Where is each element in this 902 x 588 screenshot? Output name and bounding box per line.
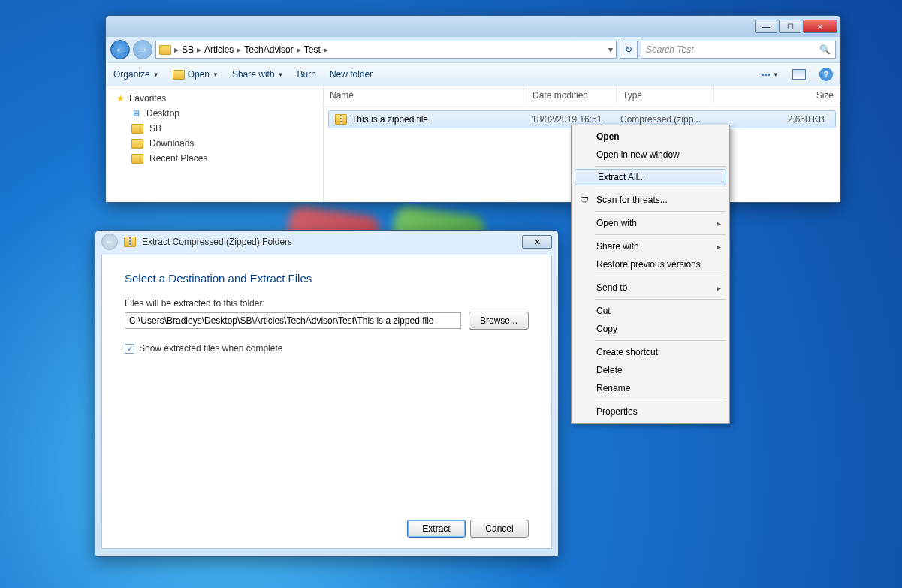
ctx-separator xyxy=(595,276,726,276)
ctx-copy[interactable]: Copy xyxy=(574,320,727,338)
crumb-techadvisor[interactable]: TechAdvisor xyxy=(241,44,296,55)
open-button[interactable]: Open ▼ xyxy=(173,69,219,80)
command-bar: Organize ▼ Open ▼ Share with ▼ Burn New … xyxy=(106,62,840,86)
path-label: Files will be extracted to this folder: xyxy=(125,298,529,309)
shield-icon: 🛡 xyxy=(578,194,590,206)
new-folder-button[interactable]: New folder xyxy=(330,69,373,80)
col-size[interactable]: Size xyxy=(714,86,840,104)
help-icon: ? xyxy=(819,68,833,81)
search-icon: 🔍 xyxy=(819,44,831,55)
dialog-close-button[interactable]: ✕ xyxy=(522,235,552,249)
ctx-extract-all[interactable]: Extract All... xyxy=(575,169,726,185)
ctx-separator xyxy=(595,400,726,400)
nav-row: ← → ▸ SB▸ Articles▸ TechAdvisor▸ Test▸ ▾… xyxy=(106,37,840,62)
close-button[interactable]: ✕ xyxy=(803,20,837,33)
browse-button[interactable]: Browse... xyxy=(469,312,529,330)
col-date[interactable]: Date modified xyxy=(526,86,617,104)
destination-path-input[interactable] xyxy=(125,312,461,329)
ctx-separator xyxy=(595,211,726,212)
ctx-open[interactable]: Open xyxy=(574,128,727,146)
forward-button[interactable]: → xyxy=(133,40,152,59)
ctx-separator xyxy=(595,166,726,167)
recent-icon xyxy=(131,154,143,164)
file-date: 18/02/2019 16:51 xyxy=(526,114,614,125)
dialog-title: Extract Compressed (Zipped) Folders xyxy=(142,237,292,247)
sidebar-item-downloads[interactable]: Downloads xyxy=(106,136,323,151)
crumb-articles[interactable]: Articles xyxy=(201,44,237,55)
col-name[interactable]: Name xyxy=(324,86,526,104)
ctx-create-shortcut[interactable]: Create shortcut xyxy=(574,343,727,361)
ctx-rename[interactable]: Rename xyxy=(574,379,727,397)
ctx-delete[interactable]: Delete xyxy=(574,361,727,379)
breadcrumb-bar[interactable]: ▸ SB▸ Articles▸ TechAdvisor▸ Test▸ ▾ xyxy=(155,41,617,59)
checkbox-label: Show extracted files when complete xyxy=(139,343,282,354)
sidebar-item-sb[interactable]: SB xyxy=(106,121,323,136)
show-files-checkbox[interactable]: ✓ xyxy=(125,344,134,354)
crumb-test[interactable]: Test xyxy=(301,44,324,55)
cancel-button[interactable]: Cancel xyxy=(470,520,529,538)
folder-icon xyxy=(131,124,143,134)
file-type: Compressed (zipp... xyxy=(614,114,710,125)
ctx-separator xyxy=(595,299,726,300)
search-placeholder: Search Test xyxy=(646,44,694,55)
minimize-button[interactable]: — xyxy=(755,20,777,33)
preview-pane-button[interactable] xyxy=(792,69,806,80)
sidebar-item-desktop[interactable]: 🖥Desktop xyxy=(106,106,323,121)
ctx-restore-versions[interactable]: Restore previous versions xyxy=(574,255,727,273)
ctx-open-new-window[interactable]: Open in new window xyxy=(574,146,727,164)
folder-open-icon xyxy=(173,70,185,80)
explorer-window: — ☐ ✕ ← → ▸ SB▸ Articles▸ TechAdvisor▸ T… xyxy=(105,15,841,203)
file-size: 2,650 KB xyxy=(710,114,835,125)
ctx-scan-threats[interactable]: 🛡Scan for threats... xyxy=(574,191,727,209)
burn-button[interactable]: Burn xyxy=(297,69,316,80)
dialog-heading: Select a Destination and Extract Files xyxy=(125,272,529,285)
dialog-back-button[interactable]: ← xyxy=(101,234,118,250)
nav-sidebar: ★Favorites 🖥Desktop SB Downloads Recent … xyxy=(106,86,324,202)
ctx-share-with[interactable]: Share with xyxy=(574,237,727,255)
column-headers[interactable]: Name Date modified Type Size xyxy=(324,86,840,104)
pane-icon xyxy=(792,69,806,80)
folder-icon xyxy=(131,139,143,149)
file-name: This is a zipped file xyxy=(351,114,428,125)
back-button[interactable]: ← xyxy=(110,40,130,59)
context-menu: Open Open in new window Extract All... 🛡… xyxy=(571,125,730,424)
ctx-separator xyxy=(595,340,726,341)
refresh-button[interactable]: ↻ xyxy=(620,41,638,59)
crumb-sb[interactable]: SB xyxy=(179,44,197,55)
ctx-open-with[interactable]: Open with xyxy=(574,214,727,232)
dialog-titlebar[interactable]: ← Extract Compressed (Zipped) Folders ✕ xyxy=(95,231,558,253)
ctx-separator xyxy=(595,188,726,188)
extract-dialog: ← Extract Compressed (Zipped) Folders ✕ … xyxy=(95,230,559,557)
folder-icon xyxy=(159,45,171,55)
ctx-send-to[interactable]: Send to xyxy=(574,279,727,297)
zip-icon xyxy=(124,237,136,247)
share-with-button[interactable]: Share with ▼ xyxy=(232,69,284,80)
dialog-body: Select a Destination and Extract Files F… xyxy=(101,255,552,549)
zip-icon xyxy=(335,114,347,125)
sidebar-item-recent[interactable]: Recent Places xyxy=(106,151,323,166)
organize-button[interactable]: Organize ▼ xyxy=(113,69,159,80)
maximize-button[interactable]: ☐ xyxy=(779,20,801,33)
ctx-separator xyxy=(595,234,726,235)
col-type[interactable]: Type xyxy=(617,86,714,104)
view-options-button[interactable]: ▼ xyxy=(762,71,779,78)
search-input[interactable]: Search Test 🔍 xyxy=(641,41,836,59)
help-button[interactable]: ? xyxy=(819,68,833,81)
desktop-icon: 🖥 xyxy=(131,108,140,119)
favorites-header[interactable]: ★Favorites xyxy=(106,91,323,106)
ctx-properties[interactable]: Properties xyxy=(574,403,727,421)
extract-button[interactable]: Extract xyxy=(407,520,466,538)
titlebar[interactable]: — ☐ ✕ xyxy=(106,16,840,37)
ctx-cut[interactable]: Cut xyxy=(574,302,727,320)
star-icon: ★ xyxy=(116,93,125,104)
